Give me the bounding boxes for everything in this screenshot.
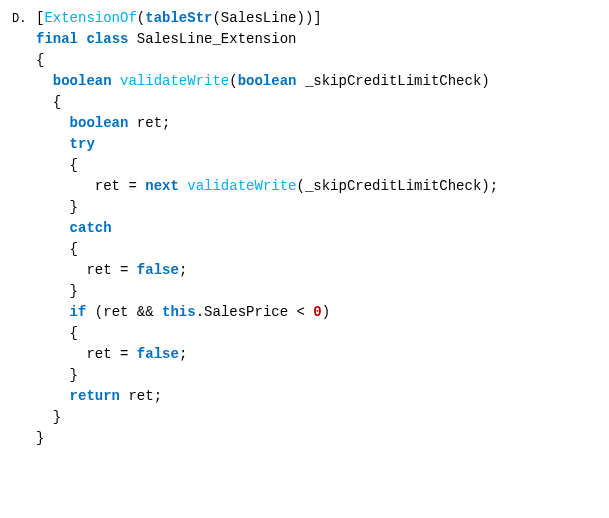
code-line: } bbox=[36, 281, 498, 302]
identifier: _skipCreditLimitCheck bbox=[305, 178, 481, 194]
keyword: this bbox=[162, 304, 196, 320]
keyword: try bbox=[70, 136, 95, 152]
code-block: [ExtensionOf(tableStr(SalesLine))]final … bbox=[36, 8, 498, 449]
keyword: false bbox=[137, 346, 179, 362]
keyword: tableStr bbox=[145, 10, 212, 26]
identifier: ret bbox=[86, 346, 111, 362]
keyword: false bbox=[137, 262, 179, 278]
code-line: } bbox=[36, 428, 498, 449]
method-name: validateWrite bbox=[187, 178, 296, 194]
keyword: boolean bbox=[238, 73, 297, 89]
keyword: next bbox=[145, 178, 179, 194]
code-line: [ExtensionOf(tableStr(SalesLine))] bbox=[36, 8, 498, 29]
class-name: SalesLine_Extension bbox=[137, 31, 297, 47]
keyword: return bbox=[70, 388, 120, 404]
code-line: ret = next validateWrite(_skipCreditLimi… bbox=[36, 176, 498, 197]
code-line: if (ret && this.SalesPrice < 0) bbox=[36, 302, 498, 323]
function-name: ExtensionOf bbox=[44, 10, 136, 26]
keyword: final bbox=[36, 31, 78, 47]
code-line: { bbox=[36, 92, 498, 113]
keyword: boolean bbox=[53, 73, 112, 89]
code-line: { bbox=[36, 239, 498, 260]
number-literal: 0 bbox=[313, 304, 321, 320]
identifier: ret bbox=[95, 178, 120, 194]
identifier: ret bbox=[128, 388, 153, 404]
keyword: class bbox=[86, 31, 128, 47]
code-line: return ret; bbox=[36, 386, 498, 407]
code-line: boolean validateWrite(boolean _skipCredi… bbox=[36, 71, 498, 92]
code-line: { bbox=[36, 50, 498, 71]
identifier: ret bbox=[103, 304, 128, 320]
keyword: if bbox=[70, 304, 87, 320]
identifier: ret bbox=[137, 115, 162, 131]
code-line: try bbox=[36, 134, 498, 155]
code-container: D. [ExtensionOf(tableStr(SalesLine))]fin… bbox=[12, 8, 597, 449]
method-name: validateWrite bbox=[120, 73, 229, 89]
code-line: ret = false; bbox=[36, 344, 498, 365]
identifier: ret bbox=[86, 262, 111, 278]
code-line: } bbox=[36, 365, 498, 386]
keyword: boolean bbox=[70, 115, 129, 131]
code-line: final class SalesLine_Extension bbox=[36, 29, 498, 50]
identifier: SalesPrice bbox=[204, 304, 288, 320]
code-line: catch bbox=[36, 218, 498, 239]
code-line: ret = false; bbox=[36, 260, 498, 281]
option-label: D. bbox=[12, 8, 28, 28]
identifier: SalesLine bbox=[221, 10, 297, 26]
code-line: } bbox=[36, 407, 498, 428]
code-line: { bbox=[36, 155, 498, 176]
code-line: boolean ret; bbox=[36, 113, 498, 134]
keyword: catch bbox=[70, 220, 112, 236]
code-line: } bbox=[36, 197, 498, 218]
param-name: _skipCreditLimitCheck bbox=[305, 73, 481, 89]
code-line: { bbox=[36, 323, 498, 344]
